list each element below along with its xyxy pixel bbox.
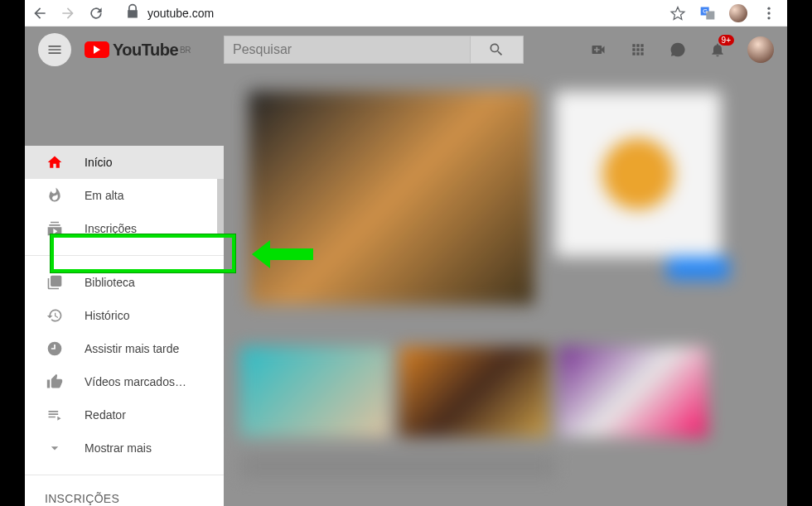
account-avatar[interactable] bbox=[747, 36, 774, 63]
notification-badge: 9+ bbox=[718, 35, 734, 46]
hamburger-icon bbox=[46, 41, 63, 58]
reload-button[interactable] bbox=[88, 5, 104, 22]
video-plus-icon bbox=[590, 41, 607, 58]
sidebar-item-label: Vídeos marcados… bbox=[85, 375, 204, 388]
apps-grid-icon bbox=[630, 41, 646, 58]
lock-icon bbox=[124, 3, 141, 23]
search-icon bbox=[488, 41, 505, 58]
back-button[interactable] bbox=[31, 5, 48, 22]
browser-menu-icon[interactable] bbox=[761, 5, 777, 22]
sidebar-item-label: Início bbox=[85, 156, 204, 169]
apps-button[interactable] bbox=[628, 40, 648, 60]
sidebar-item-home[interactable]: Início bbox=[25, 146, 224, 179]
notifications-button[interactable]: 9+ bbox=[708, 40, 727, 60]
hamburger-menu-button[interactable] bbox=[38, 33, 71, 66]
sidebar-item-show-more[interactable]: Mostrar mais bbox=[25, 431, 224, 465]
thumbs-up-icon bbox=[45, 372, 65, 392]
subscriptions-icon bbox=[45, 219, 65, 239]
youtube-header: YouTubeBR 9+ bbox=[25, 27, 787, 73]
search-input[interactable] bbox=[224, 36, 471, 64]
create-video-button[interactable] bbox=[588, 40, 608, 60]
sidebar-item-history[interactable]: Histórico bbox=[25, 299, 224, 332]
browser-toolbar: youtube.com G bbox=[25, 0, 787, 27]
address-bar[interactable]: youtube.com bbox=[116, 3, 658, 23]
sidebar-item-watch-later[interactable]: Assistir mais tarde bbox=[25, 332, 224, 365]
sidebar-item-label: Inscrições bbox=[85, 222, 204, 235]
sidebar-item-label: Em alta bbox=[85, 189, 204, 202]
messages-button[interactable] bbox=[668, 40, 688, 60]
sidebar-section-title: INSCRIÇÕES bbox=[25, 485, 224, 506]
svg-point-5 bbox=[767, 17, 770, 19]
sidebar-item-label: Mostrar mais bbox=[85, 441, 204, 455]
clock-icon bbox=[45, 339, 65, 359]
svg-text:G: G bbox=[703, 7, 708, 15]
sidebar: Início Em alta Inscrições Biblioteca His… bbox=[25, 146, 224, 506]
bookmark-star-icon[interactable] bbox=[669, 5, 686, 22]
sidebar-item-library[interactable]: Biblioteca bbox=[25, 266, 224, 299]
translate-extension-icon[interactable]: G bbox=[699, 5, 716, 22]
sidebar-item-trending[interactable]: Em alta bbox=[25, 179, 224, 212]
divider bbox=[25, 255, 224, 256]
search-button[interactable] bbox=[471, 36, 524, 64]
sidebar-item-liked[interactable]: Vídeos marcados… bbox=[25, 365, 224, 398]
sidebar-item-playlist[interactable]: Redator bbox=[25, 398, 224, 431]
url-text: youtube.com bbox=[147, 7, 214, 20]
main-content-blurred bbox=[224, 73, 787, 506]
browser-profile-avatar[interactable] bbox=[729, 4, 747, 22]
home-icon bbox=[45, 152, 65, 172]
youtube-logo-text: YouTube bbox=[113, 41, 178, 60]
svg-point-4 bbox=[767, 12, 770, 14]
playlist-icon bbox=[45, 405, 65, 425]
forward-button[interactable] bbox=[60, 5, 76, 22]
divider bbox=[25, 475, 224, 475]
chevron-down-icon bbox=[45, 438, 65, 458]
svg-point-3 bbox=[767, 7, 770, 9]
library-icon bbox=[45, 272, 65, 292]
youtube-logo[interactable]: YouTubeBR bbox=[85, 41, 191, 60]
sidebar-item-label: Redator bbox=[85, 408, 204, 422]
sidebar-item-label: Biblioteca bbox=[85, 276, 204, 289]
chat-icon bbox=[669, 41, 686, 58]
sidebar-item-label: Assistir mais tarde bbox=[85, 342, 204, 355]
history-icon bbox=[45, 306, 65, 325]
trending-icon bbox=[45, 186, 65, 205]
sidebar-item-subscriptions[interactable]: Inscrições bbox=[25, 212, 224, 245]
sidebar-item-label: Histórico bbox=[85, 309, 204, 322]
youtube-play-icon bbox=[85, 41, 109, 58]
youtube-logo-region: BR bbox=[180, 46, 191, 55]
